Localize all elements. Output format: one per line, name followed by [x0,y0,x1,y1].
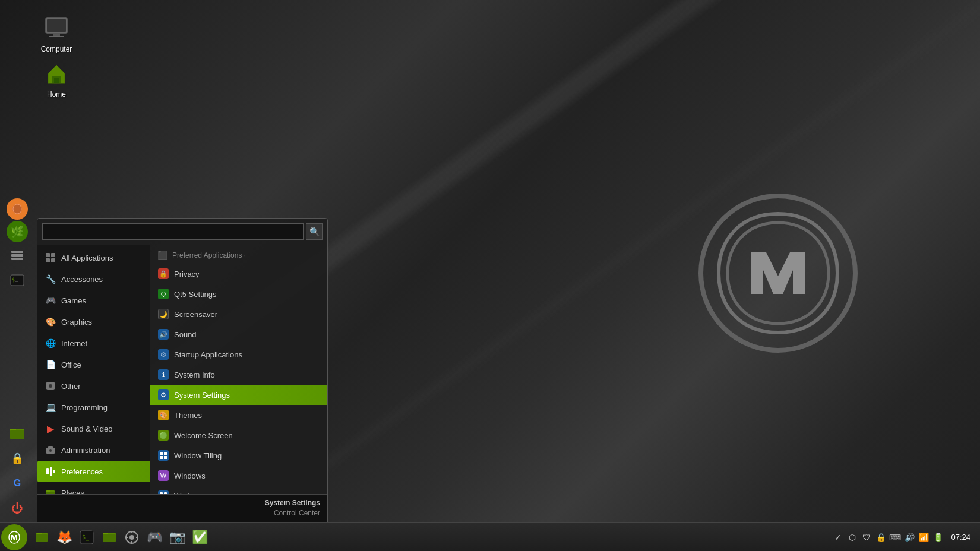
sidebar-folder[interactable] [5,422,29,445]
windows-app-icon: W [157,470,169,482]
welcome-app-icon: 🟢 [157,429,169,441]
systray-power[interactable]: 🔋 [932,531,944,543]
systray-volume[interactable]: 🔊 [903,531,915,543]
svg-rect-19 [131,542,132,544]
app-windows-label: Windows [174,471,206,480]
sidebar-power[interactable]: ⏻ [5,496,29,520]
app-item-qt5settings[interactable]: Q Qt5 Settings [150,284,327,304]
menu-search-input[interactable] [42,223,304,240]
desktop-icon-computer[interactable]: Computer [33,12,80,56]
svg-rect-51 [164,452,167,455]
category-accessories[interactable]: 🔧 Accessories [37,268,150,290]
svg-point-0 [701,196,855,350]
taskbar-tasks[interactable]: ✅ [189,527,210,548]
menu-content: All Applications 🔧 Accessories 🎮 Games 🎨… [37,245,327,494]
svg-point-40 [49,449,52,452]
category-preferences-label: Preferences [61,467,103,476]
svg-rect-6 [54,78,59,83]
category-preferences[interactable]: Preferences [37,461,150,482]
graphics-icon: 🎨 [45,316,56,328]
app-item-screensaver[interactable]: 🌙 Screensaver [150,304,327,324]
systray-battery[interactable]: ⬡ [846,531,858,543]
svg-rect-35 [51,258,55,262]
internet-icon: 🌐 [45,337,56,349]
search-button[interactable]: 🔍 [306,223,323,240]
category-internet[interactable]: 🌐 Internet [37,332,150,354]
svg-rect-41 [46,468,49,474]
category-all-label: All Applications [61,254,113,262]
taskbar-steam[interactable]: 🎮 [144,527,165,548]
svg-text:$: $ [12,277,15,283]
desktop-icon-home[interactable]: Home [33,57,80,101]
system-tray: ✓ ⬡ 🛡 🔒 ⌨ 🔊 📶 🔋 07:24 [827,531,980,543]
category-office[interactable]: 📄 Office [37,354,150,375]
sound-video-icon: ▶ [45,423,56,435]
sidebar-google[interactable]: G [5,471,29,495]
systray-lock[interactable]: 🔒 [875,531,887,543]
category-sound-video[interactable]: ▶ Sound & Video [37,418,150,439]
other-icon [45,380,56,392]
taskbar-browser[interactable]: 🦊 [53,527,75,548]
app-item-sound[interactable]: 🔊 Sound [150,324,327,344]
sidebar-terminal[interactable]: $ [5,268,29,292]
computer-icon [42,14,71,43]
sidebar-orange[interactable] [7,198,28,220]
taskbar-files2[interactable] [99,527,120,548]
category-programming[interactable]: 💻 Programming [37,397,150,418]
taskbar-terminal[interactable]: $_ [76,527,97,548]
svg-rect-50 [160,452,163,455]
app-item-themes[interactable]: 🎨 Themes [150,405,327,425]
category-administration[interactable]: Administration [37,439,150,461]
svg-rect-53 [164,456,167,459]
category-games[interactable]: 🎮 Games [37,290,150,311]
taskbar-settings[interactable] [121,527,143,548]
category-internet-label: Internet [61,339,87,348]
app-privacy-label: Privacy [174,270,200,278]
window-tiling-app-icon [157,449,169,461]
app-qt5-label: Qt5 Settings [174,290,217,299]
category-all-applications[interactable]: All Applications [37,247,150,268]
app-item-windows[interactable]: W Windows [150,466,327,486]
svg-rect-14 [103,534,116,542]
sidebar-green[interactable]: 🌿 [7,221,28,242]
category-graphics[interactable]: 🎨 Graphics [37,311,150,332]
app-item-welcome[interactable]: 🟢 Welcome Screen [150,425,327,445]
taskbar-camera[interactable]: 📷 [166,527,188,548]
themes-app-icon: 🎨 [157,409,169,421]
category-graphics-label: Graphics [61,318,92,327]
app-item-sysinfo[interactable]: ℹ System Info [150,365,327,385]
home-folder-icon [42,59,71,88]
application-menu: 🔍 All Applications [37,218,328,522]
app-item-workspaces[interactable]: Workspaces [150,486,327,494]
svg-rect-20 [125,537,128,538]
app-item-system-settings[interactable]: ⚙ System Settings [150,385,327,405]
app-item-privacy[interactable]: 🔒 Privacy [150,264,327,284]
privacy-app-icon: 🔒 [157,268,169,280]
sidebar-stack[interactable] [5,243,29,267]
start-button[interactable] [1,524,27,550]
svg-rect-3 [53,33,60,36]
svg-rect-42 [50,467,52,476]
taskbar-files[interactable] [31,527,52,548]
startup-app-icon: ⚙ [157,349,169,360]
sidebar-lock[interactable]: 🔒 [5,446,29,470]
menu-search-bar: 🔍 [37,218,327,245]
systray-keyboard[interactable]: ⌨ [889,531,901,543]
games-icon: 🎮 [45,294,56,306]
svg-rect-23 [11,251,23,253]
category-places[interactable]: Places [37,482,150,494]
apps-list: ⬛ Preferred Applications · 🔒 Privacy Q Q… [150,245,327,494]
app-item-window-tiling[interactable]: Window Tiling [150,445,327,466]
apps-section-header: ⬛ Preferred Applications · [150,247,327,264]
systray-checkmark[interactable]: ✓ [832,531,844,543]
app-sound-label: Sound [174,330,197,339]
systray-wifi[interactable]: 📶 [918,531,930,543]
systray-shield[interactable]: 🛡 [861,531,872,543]
syssettings-app-icon: ⚙ [157,389,169,401]
tooltip-subtitle: Control Center [45,508,320,518]
app-item-startup[interactable]: ⚙ Startup Applications [150,344,327,365]
category-other[interactable]: Other [37,375,150,397]
svg-rect-4 [49,36,64,37]
svg-rect-52 [160,456,163,459]
taskbar: 🦊 $_ [0,522,980,551]
